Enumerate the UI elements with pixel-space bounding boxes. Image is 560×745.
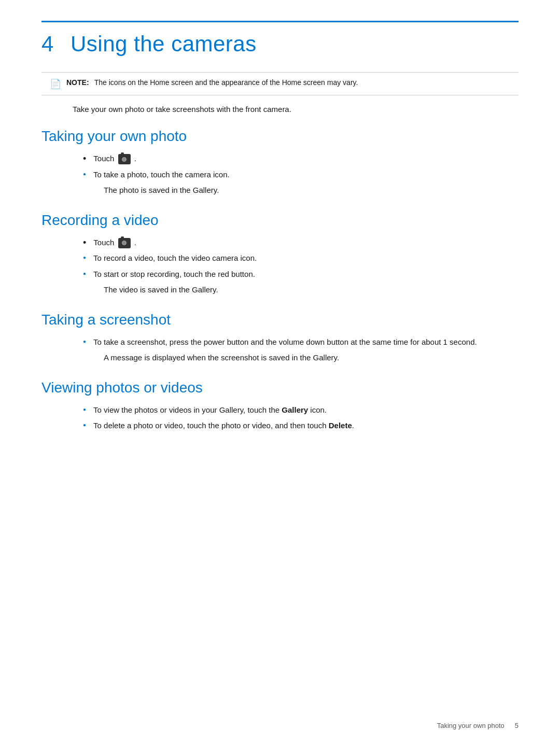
bullet-list-viewing-photos: ● To view the photos or videos in your G… [41, 404, 519, 432]
delete-bold: Delete [329, 421, 352, 430]
note-box: 📄 NOTE: The icons on the Home screen and… [41, 72, 519, 95]
bullet-circle-icon: ● [83, 270, 86, 278]
bullet-text: Touch . [93, 153, 136, 165]
list-item: • Touch . [41, 153, 519, 165]
camera-icon [118, 154, 131, 164]
bullet-circle-icon: ● [83, 338, 86, 346]
bullet-circle-icon: ● [83, 170, 86, 178]
note-content: NOTE: The icons on the Home screen and t… [66, 78, 358, 87]
bullet-text: Touch . [93, 237, 136, 249]
bullet-text: To view the photos or videos in your Gal… [93, 404, 327, 416]
chapter-title-text: Using the cameras [71, 32, 257, 56]
section-title-viewing-photos: Viewing photos or videos [41, 379, 519, 396]
section-taking-screenshot: Taking a screenshot ● To take a screensh… [41, 312, 519, 364]
bullet-circle-icon: ● [83, 421, 86, 429]
list-item: • Touch . [41, 237, 519, 249]
list-item: ● To start or stop recording, touch the … [41, 269, 519, 280]
bullet-text: To record a video, touch the video camer… [93, 252, 257, 264]
gallery-bold: Gallery [282, 405, 308, 414]
bullet-list-screenshot: ● To take a screenshot, press the power … [41, 336, 519, 348]
bullet-filled-icon: • [83, 238, 86, 247]
note-icon: 📄 [50, 78, 61, 90]
intro-text: Take your own photo or take screenshots … [73, 105, 519, 114]
note-text: The icons on the Home screen and the app… [94, 78, 358, 87]
indent-text-video: The video is saved in the Gallery. [104, 284, 519, 296]
bullet-text: To take a screenshot, press the power bu… [93, 336, 477, 348]
chapter-number: 4 [41, 32, 54, 56]
list-item: ● To take a photo, touch the camera icon… [41, 169, 519, 181]
footer-page: 5 [515, 722, 519, 729]
bullet-filled-icon: • [83, 154, 86, 163]
bullet-circle-icon: ● [83, 254, 86, 262]
indent-text-screenshot: A message is displayed when the screensh… [104, 352, 519, 364]
bullet-list-taking-own-photo: • Touch . ● To take a photo, touch the c… [41, 153, 519, 180]
note-label: NOTE: [66, 78, 89, 87]
footer-label: Taking your own photo [437, 722, 505, 729]
list-item: ● To record a video, touch the video cam… [41, 252, 519, 264]
camera-icon [118, 238, 131, 248]
bullet-text: To take a photo, touch the camera icon. [93, 169, 230, 181]
bullet-list-recording-video: • Touch . ● To record a video, touch the… [41, 237, 519, 280]
list-item: ● To delete a photo or video, touch the … [41, 420, 519, 432]
section-taking-own-photo: Taking your own photo • Touch . ● To tak… [41, 128, 519, 196]
bullet-text: To start or stop recording, touch the re… [93, 269, 255, 280]
section-viewing-photos: Viewing photos or videos ● To view the p… [41, 379, 519, 432]
bullet-circle-icon: ● [83, 405, 86, 414]
footer: Taking your own photo 5 [437, 722, 519, 729]
bullet-text: To delete a photo or video, touch the ph… [93, 420, 354, 432]
section-recording-video: Recording a video • Touch . ● To record … [41, 212, 519, 296]
chapter-title: 4 Using the cameras [41, 32, 519, 57]
indent-text-photo: The photo is saved in the Gallery. [104, 185, 519, 196]
list-item: ● To view the photos or videos in your G… [41, 404, 519, 416]
list-item: ● To take a screenshot, press the power … [41, 336, 519, 348]
section-title-taking-screenshot: Taking a screenshot [41, 312, 519, 328]
section-title-recording-video: Recording a video [41, 212, 519, 229]
section-title-taking-own-photo: Taking your own photo [41, 128, 519, 145]
chapter-header: 4 Using the cameras [41, 21, 519, 57]
